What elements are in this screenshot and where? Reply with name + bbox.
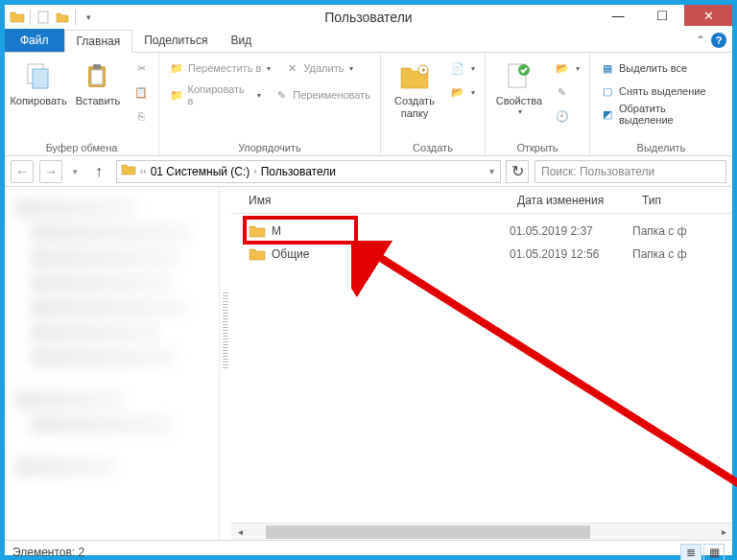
easy-access-button[interactable]: 📂▾ bbox=[446, 81, 479, 104]
copy-icon bbox=[22, 60, 55, 93]
column-date[interactable]: Дата изменения bbox=[510, 194, 634, 207]
new-folder-button[interactable]: ✦ Создать папку bbox=[387, 57, 442, 120]
paste-shortcut-button[interactable]: ⎘ bbox=[130, 105, 153, 128]
folder-icon bbox=[249, 245, 266, 263]
rename-icon: ✎ bbox=[274, 87, 290, 103]
svg-rect-5 bbox=[93, 64, 101, 69]
minimize-button[interactable]: — bbox=[596, 5, 640, 26]
column-headers: Имя Дата изменения Тип bbox=[231, 187, 732, 214]
svg-rect-4 bbox=[91, 70, 103, 84]
home-tab[interactable]: Главная bbox=[64, 30, 133, 53]
properties-icon bbox=[503, 60, 535, 93]
cut-icon: ✂ bbox=[133, 60, 149, 76]
clipboard-group: Копировать Вставить ✂ 📋 ⎘ Буфер обмена bbox=[5, 53, 159, 155]
open-group: Свойства ▾ 📂▾ ✎ 🕘 Открыть bbox=[486, 53, 590, 155]
new-folder-qat-icon[interactable] bbox=[54, 9, 71, 26]
svg-rect-0 bbox=[38, 12, 48, 23]
easy-icon: 📂 bbox=[450, 84, 465, 100]
breadcrumb[interactable]: ‹‹ 01 Системный (C:) › Пользователи ▾ bbox=[116, 160, 501, 183]
open-button[interactable]: 📂▾ bbox=[551, 57, 583, 80]
ribbon: Копировать Вставить ✂ 📋 ⎘ Буфер обмена 📁… bbox=[5, 53, 732, 156]
close-button[interactable]: ✕ bbox=[684, 5, 732, 26]
chevron-right-icon[interactable]: › bbox=[251, 166, 258, 176]
select-all-icon: ▦ bbox=[600, 60, 615, 76]
titlebar: ▾ Пользователи — □ ✕ bbox=[5, 5, 732, 30]
back-button[interactable]: ← bbox=[11, 160, 34, 183]
file-list: Имя Дата изменения Тип M 01.05.2019 2:37… bbox=[231, 187, 732, 540]
up-button[interactable]: ↑ bbox=[87, 160, 110, 183]
list-item[interactable]: Общие 01.05.2019 12:56 Папка с ф bbox=[231, 243, 732, 266]
list-item[interactable]: M 01.05.2019 2:37 Папка с ф bbox=[231, 220, 732, 243]
invert-icon: ◩ bbox=[600, 106, 615, 122]
details-view-button[interactable]: ≣ bbox=[680, 544, 701, 561]
dropdown-icon[interactable]: ▾ bbox=[487, 166, 496, 176]
folder-icon bbox=[249, 222, 266, 240]
invert-selection-button[interactable]: ◩Обратить выделение bbox=[596, 103, 726, 126]
svg-rect-2 bbox=[33, 69, 48, 88]
annotation-arrow bbox=[351, 241, 737, 509]
scroll-thumb[interactable] bbox=[266, 525, 590, 539]
properties-qat-icon[interactable] bbox=[35, 9, 52, 26]
folder-icon bbox=[121, 162, 136, 180]
breadcrumb-part[interactable]: 01 Системный (C:) bbox=[151, 165, 250, 178]
navigation-pane[interactable] bbox=[5, 187, 220, 540]
history-button[interactable]: 🕘 bbox=[551, 105, 583, 128]
search-input[interactable]: Поиск: Пользователи bbox=[535, 160, 726, 183]
quick-access-toolbar: ▾ bbox=[5, 9, 97, 26]
folder-icon bbox=[9, 9, 26, 26]
scroll-left-icon[interactable]: ◂ bbox=[231, 524, 249, 541]
splitter[interactable] bbox=[220, 187, 231, 540]
new-item-icon: 📄 bbox=[450, 60, 465, 76]
horizontal-scrollbar[interactable]: ◂ ▸ bbox=[231, 523, 732, 540]
view-buttons: ≣ ▦ bbox=[680, 544, 725, 561]
separator bbox=[30, 10, 31, 25]
column-type[interactable]: Тип bbox=[634, 194, 711, 207]
select-none-button[interactable]: ▢Снять выделение bbox=[596, 80, 710, 103]
maximize-button[interactable]: □ bbox=[640, 5, 684, 26]
minimize-ribbon-icon[interactable]: ⌃ bbox=[696, 34, 705, 47]
new-folder-icon: ✦ bbox=[398, 60, 431, 93]
window-controls: — □ ✕ bbox=[596, 5, 732, 26]
history-dropdown-icon[interactable]: ▾ bbox=[68, 160, 82, 183]
open-icon: 📂 bbox=[555, 60, 570, 76]
copy-path-button[interactable]: 📋 bbox=[130, 81, 153, 104]
chevron-right-icon[interactable]: ‹‹ bbox=[138, 166, 149, 176]
window-title: Пользователи bbox=[324, 10, 412, 25]
ribbon-tabs: Файл Главная Поделиться Вид ⌃ ? bbox=[5, 30, 732, 53]
select-all-button[interactable]: ▦Выделить все bbox=[596, 57, 691, 80]
icons-view-button[interactable]: ▦ bbox=[703, 544, 725, 561]
file-rows: M 01.05.2019 2:37 Папка с ф Общие 01.05.… bbox=[231, 214, 732, 523]
help-icon[interactable]: ? bbox=[711, 33, 726, 48]
select-none-icon: ▢ bbox=[600, 83, 615, 99]
history-icon: 🕘 bbox=[555, 108, 570, 124]
refresh-button[interactable]: ↻ bbox=[506, 160, 529, 183]
status-text: Элементов: 2 bbox=[12, 546, 84, 559]
qat-dropdown-icon[interactable]: ▾ bbox=[80, 9, 97, 26]
svg-text:✦: ✦ bbox=[419, 66, 426, 75]
move-icon: 📁 bbox=[169, 60, 184, 76]
delete-icon: ✕ bbox=[284, 60, 299, 76]
properties-button[interactable]: Свойства ▾ bbox=[491, 57, 547, 116]
file-tab[interactable]: Файл bbox=[5, 29, 64, 52]
view-tab[interactable]: Вид bbox=[219, 29, 263, 52]
chevron-down-icon: ▾ bbox=[518, 107, 522, 116]
shortcut-icon: ⎘ bbox=[133, 108, 149, 124]
cut-button[interactable]: ✂ bbox=[130, 57, 153, 80]
separator bbox=[75, 10, 76, 25]
edit-button[interactable]: ✎ bbox=[551, 81, 583, 104]
forward-button[interactable]: → bbox=[39, 160, 62, 183]
share-tab[interactable]: Поделиться bbox=[132, 29, 219, 52]
column-name[interactable]: Имя bbox=[231, 194, 510, 207]
select-group: ▦Выделить все ▢Снять выделение ◩Обратить… bbox=[590, 53, 732, 155]
help-area: ⌃ ? bbox=[696, 33, 726, 48]
new-item-button[interactable]: 📄▾ bbox=[446, 57, 479, 80]
move-to-button[interactable]: 📁Переместить в▾ ✕Удалить▾ bbox=[165, 57, 357, 80]
copy-to-button[interactable]: 📁Копировать в▾ ✎Переименовать bbox=[165, 83, 374, 106]
explorer-window: ▾ Пользователи — □ ✕ Файл Главная Подели… bbox=[4, 4, 733, 556]
organize-group: 📁Переместить в▾ ✕Удалить▾ 📁Копировать в▾… bbox=[159, 53, 381, 155]
scroll-right-icon[interactable]: ▸ bbox=[715, 524, 732, 541]
breadcrumb-part[interactable]: Пользователи bbox=[261, 165, 336, 178]
paste-button[interactable]: Вставить bbox=[70, 57, 126, 107]
copy-button[interactable]: Копировать bbox=[11, 57, 66, 107]
content-area: Имя Дата изменения Тип M 01.05.2019 2:37… bbox=[5, 187, 732, 540]
